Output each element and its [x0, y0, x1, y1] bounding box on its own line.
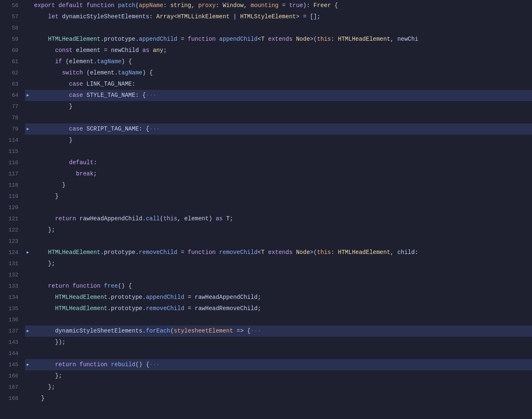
token: ) — [209, 215, 216, 222]
line-number: 64 — [0, 90, 18, 101]
token: element — [184, 215, 209, 222]
token: forEach — [146, 328, 170, 334]
collapse-arrow-icon[interactable]: ▶ — [27, 90, 34, 101]
token: newChi — [397, 36, 418, 42]
collapse-arrow-icon[interactable]: ▶ — [27, 123, 34, 135]
token: } — [34, 395, 44, 402]
line-number: 116 — [0, 157, 18, 168]
token — [34, 294, 55, 301]
line-content: HTMLHeadElement.prototype.removeChild = … — [34, 247, 532, 258]
token: STYLE_TAG_NAME — [86, 92, 135, 99]
token: = — [184, 294, 195, 301]
token: } — [34, 137, 72, 143]
token: export — [34, 2, 55, 9]
line-number: 119 — [0, 191, 18, 202]
token: : — [331, 249, 338, 256]
token: ( — [62, 58, 69, 65]
token: => { — [233, 328, 251, 334]
token: prototype — [104, 36, 135, 42]
token: this — [317, 249, 331, 256]
line-content: dynamicStyleSheetElements.forEach(styles… — [34, 325, 532, 337]
code-line: const element = newChild as any; — [25, 45, 532, 56]
token: break — [76, 170, 94, 177]
line-number: 114 — [0, 135, 18, 146]
token: function — [79, 361, 107, 368]
token: switch — [62, 69, 83, 76]
line-content: HTMLHeadElement.prototype.removeChild = … — [34, 303, 532, 314]
line-number: 145 — [0, 359, 18, 370]
code-line: export default function patch(appName: s… — [25, 0, 532, 11]
code-editor: 5657585960616263647778791141151161171181… — [0, 0, 532, 419]
token — [114, 2, 118, 9]
token — [34, 47, 55, 54]
line-number: 167 — [0, 382, 18, 393]
token: < — [258, 36, 261, 42]
token — [34, 92, 69, 99]
token — [55, 2, 58, 9]
line-content: }; — [34, 224, 532, 236]
token: () { — [118, 283, 132, 289]
token: ( — [170, 328, 174, 334]
line-number: 58 — [0, 22, 18, 34]
line-content: if (element.tagName) { — [34, 56, 532, 67]
token: function — [86, 2, 114, 9]
token — [34, 361, 55, 368]
token — [72, 47, 76, 54]
token: patch — [118, 2, 135, 9]
token: prototype — [111, 294, 143, 301]
token: tagName — [97, 58, 121, 65]
token: tagName — [118, 69, 143, 76]
line-number: 62 — [0, 67, 18, 79]
token: : — [132, 81, 135, 87]
line-content: }; — [34, 258, 532, 269]
collapse-arrow-icon[interactable]: ▶ — [27, 359, 34, 370]
token: HTMLHeadElement — [48, 36, 101, 42]
line-number: 61 — [0, 56, 18, 67]
code-line: } — [25, 180, 532, 191]
token — [59, 13, 62, 20]
line-content: }); — [34, 337, 532, 348]
token: . — [107, 294, 111, 301]
token: ( — [83, 69, 90, 76]
collapse-arrow-icon[interactable]: ▶ — [27, 247, 34, 258]
token — [265, 36, 268, 42]
collapse-arrow-icon[interactable]: ▶ — [27, 325, 34, 337]
token — [34, 170, 76, 177]
token: : — [216, 2, 223, 9]
line-content: break; — [34, 168, 532, 180]
line-number: 124 — [0, 247, 18, 258]
token — [76, 361, 79, 368]
code-line: } — [25, 135, 532, 146]
line-content: let dynamicStyleSheetElements: Array<HTM… — [34, 11, 532, 22]
token — [293, 249, 296, 256]
token: : — [163, 2, 170, 9]
token — [83, 92, 86, 99]
code-line: HTMLHeadElement.prototype.appendChild = … — [25, 292, 532, 303]
token: , — [244, 2, 251, 9]
line-number: 131 — [0, 258, 18, 269]
line-content: }; — [34, 370, 532, 382]
token — [34, 249, 48, 256]
token — [34, 58, 55, 65]
token: appendChild — [139, 36, 177, 42]
token: . — [142, 305, 145, 312]
token: Array — [156, 13, 174, 20]
line-number: 118 — [0, 180, 18, 191]
token — [34, 159, 69, 166]
token: < — [258, 249, 261, 256]
line-content: HTMLHeadElement.prototype.appendChild = … — [34, 292, 532, 303]
token — [107, 361, 111, 368]
token: ) { — [142, 69, 153, 76]
code-line: ▶ return function rebuild() {··· — [25, 359, 532, 370]
line-number: 144 — [0, 348, 18, 359]
code-line: HTMLHeadElement.prototype.appendChild = … — [25, 34, 532, 45]
token: : — [94, 159, 97, 166]
token: . — [101, 249, 104, 256]
token: }; — [34, 384, 55, 390]
line-number: 59 — [0, 34, 18, 45]
line-content: export default function patch(appName: s… — [34, 0, 532, 11]
token: return — [55, 215, 76, 222]
code-line: break; — [25, 168, 532, 180]
code-line: if (element.tagName) { — [25, 56, 532, 67]
token: removeChild — [139, 249, 177, 256]
